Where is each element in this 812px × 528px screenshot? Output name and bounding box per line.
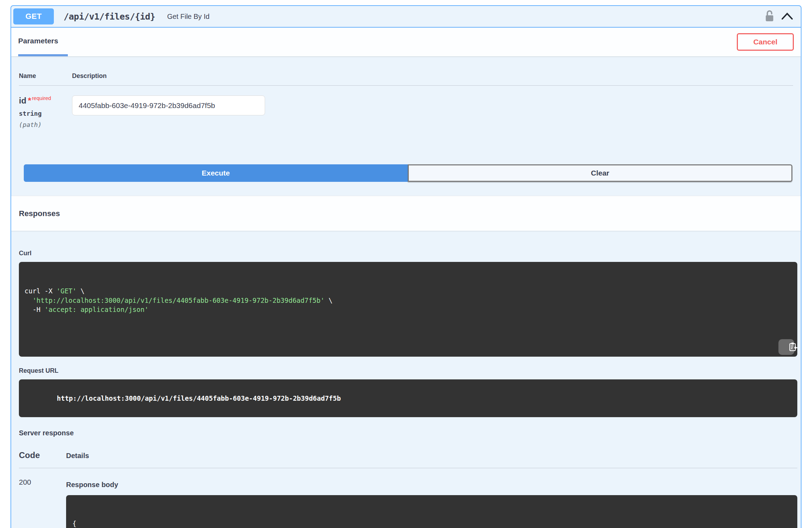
response-body-label: Response body: [66, 481, 797, 489]
tab-parameters-label: Parameters: [18, 37, 58, 45]
parameter-type: string: [19, 110, 72, 117]
status-code: 200: [19, 477, 66, 528]
parameter-description-cell: [72, 95, 793, 128]
execute-button-group: Execute Clear: [24, 164, 792, 182]
id-parameter-input[interactable]: [72, 95, 265, 115]
tab-parameters[interactable]: Parameters: [18, 28, 68, 56]
curl-label: Curl: [19, 250, 797, 257]
cancel-button[interactable]: Cancel: [737, 33, 794, 51]
column-header-details: Details: [66, 452, 797, 460]
parameter-name: id: [19, 96, 26, 105]
curl-command-text: curl -X 'GET' \ 'http://localhost:3000/a…: [24, 286, 792, 314]
parameter-name-cell: id *required string (path): [19, 95, 72, 128]
tab-bar: Parameters Cancel: [11, 28, 801, 56]
auth-lock-button[interactable]: [765, 10, 774, 23]
parameter-row-id: id *required string (path): [19, 86, 793, 128]
response-table-header: Code Details: [19, 450, 797, 460]
request-url-block: http://localhost:3000/api/v1/files/4405f…: [19, 379, 797, 417]
chevron-up-icon: [781, 12, 793, 21]
method-badge: GET: [13, 8, 54, 24]
endpoint-summary: Get File By Id: [167, 13, 209, 21]
response-body-json: { "id": "4405fabb-603e-4919-972b-2b39d6a…: [72, 519, 791, 528]
collapse-button[interactable]: [781, 12, 793, 21]
responses-body: Curl curl -X 'GET' \ 'http://localhost:3…: [11, 231, 801, 528]
request-url-value: http://localhost:3000/api/v1/files/4405f…: [57, 394, 341, 402]
unlock-icon: [765, 10, 774, 23]
server-response-label: Server response: [19, 429, 797, 437]
column-header-code: Code: [19, 450, 66, 460]
required-label: required: [32, 95, 51, 101]
clear-button[interactable]: Clear: [408, 164, 792, 182]
parameters-section: Name Description id *required string (pa…: [11, 56, 801, 196]
clipboard-copy-icon: [775, 337, 797, 357]
copy-to-clipboard-button[interactable]: [778, 339, 794, 355]
curl-command-block: curl -X 'GET' \ 'http://localhost:3000/a…: [19, 262, 797, 357]
execute-button[interactable]: Execute: [24, 164, 408, 182]
response-details-cell: Response body { "id": "4405fabb-603e-491…: [66, 477, 797, 528]
request-url-section: Request URL http://localhost:3000/api/v1…: [19, 367, 797, 417]
responses-section-header: Responses: [11, 196, 801, 231]
responses-title: Responses: [19, 209, 60, 218]
operation-summary[interactable]: GET /api/v1/files/{id} Get File By Id: [11, 6, 801, 28]
required-star: *: [28, 96, 31, 105]
operation-block-get: GET /api/v1/files/{id} Get File By Id Pa…: [10, 5, 802, 528]
endpoint-path: /api/v1/files/{id}: [64, 12, 155, 22]
column-header-name: Name: [19, 72, 72, 80]
parameters-table-header: Name Description: [19, 72, 793, 86]
column-header-description: Description: [72, 72, 793, 80]
response-row-200: 200 Response body { "id": "4405fabb-603e…: [19, 477, 797, 528]
response-body-block: { "id": "4405fabb-603e-4919-972b-2b39d6a…: [66, 495, 797, 528]
response-table-divider: [19, 468, 797, 468]
parameter-location: (path): [19, 122, 72, 128]
request-url-label: Request URL: [19, 367, 797, 374]
